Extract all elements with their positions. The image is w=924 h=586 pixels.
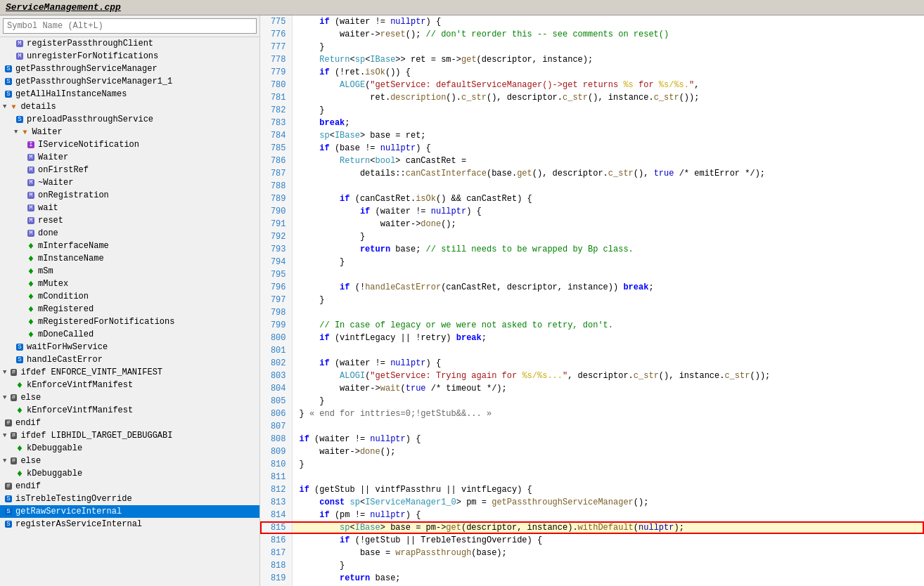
sidebar-item-else2[interactable]: ▼#else <box>0 455 259 467</box>
tree-item-label: mCondition <box>38 292 89 301</box>
tree-item-label: mRegistered <box>38 304 94 314</box>
sidebar-item-registerPassthroughClient[interactable]: MregisterPassthroughClient <box>0 37 259 50</box>
code-row-808: 808if (waiter != nullptr) { <box>260 433 924 445</box>
sidebar-item-Waiter[interactable]: ▼▼Waiter <box>0 126 259 138</box>
sidebar-item-endif2[interactable]: #endif <box>0 480 259 493</box>
sidebar-item-mInterfaceName[interactable]: ♦mInterfaceName <box>0 240 259 252</box>
sidebar-item-isTrebleTestingOverride[interactable]: SisTrebleTestingOverride <box>0 493 259 505</box>
sidebar-item-mInstanceName[interactable]: ♦mInstanceName <box>0 252 259 265</box>
code-content: if (!ret.isOk()) { <box>292 66 924 79</box>
tree-item-label: onFirstRef <box>38 165 89 175</box>
sidebar-item-getRawServiceInternal[interactable]: SgetRawServiceInternal <box>0 505 259 518</box>
tree-item-label: waitForHwService <box>27 342 108 352</box>
sidebar-item-getPassthroughServiceManager[interactable]: SgetPassthroughServiceManager <box>0 63 259 75</box>
tree-item-label: kDebuggable <box>27 469 82 478</box>
sidebar-item-unregisterForNotifications[interactable]: MunregisterForNotifications <box>0 50 259 63</box>
code-area[interactable]: 775 if (waiter != nullptr) {776 waiter->… <box>260 15 924 586</box>
code-row-779: 779 if (!ret.isOk()) { <box>260 66 924 79</box>
line-number: 800 <box>260 332 292 344</box>
code-row-807: 807 <box>260 420 924 433</box>
sidebar-item-wait[interactable]: Mwait <box>0 202 259 214</box>
sidebar-item-mRegisteredForNotifications[interactable]: ♦mRegisteredForNotifications <box>0 315 259 328</box>
icon-field: ♦ <box>14 379 25 391</box>
sidebar-item-mSm[interactable]: ♦mSm <box>0 265 259 278</box>
code-content: Return<sp<IBase>> ret = sm->get(descript… <box>292 53 924 66</box>
line-number: 794 <box>260 256 292 268</box>
code-content: waiter->done(); <box>292 218 924 230</box>
search-input[interactable] <box>3 18 257 34</box>
sidebar-item-getAllHalInstanceNames[interactable]: SgetAllHalInstanceNames <box>0 88 259 100</box>
code-row-799: 799 // In case of legacy or we were not … <box>260 319 924 332</box>
sidebar-item-mCondition[interactable]: ♦mCondition <box>0 290 259 303</box>
line-number: 802 <box>260 357 292 370</box>
sidebar-item-else1[interactable]: ▼#else <box>0 391 259 404</box>
sidebar-item-ifdef_ENFORCE[interactable]: ▼#ifdef ENFORCE_VINTF_MANIFEST <box>0 366 259 379</box>
sidebar-item-registerAsServiceInternal[interactable]: SregisterAsServiceInternal <box>0 518 259 530</box>
icon-field: ♦ <box>25 278 37 289</box>
code-content: ALOGI("getService: Trying again for %s/%… <box>292 370 924 382</box>
tree-item-label: kDebuggable <box>27 443 82 453</box>
tree-item-label: kEnforceVintfManifest <box>27 405 133 415</box>
sidebar-item-endif1[interactable]: #endif <box>0 417 259 429</box>
icon-pp-expand: # <box>8 367 19 378</box>
sidebar-item-details[interactable]: ▼▼details <box>0 100 259 113</box>
sidebar-item-mDoneCalled[interactable]: ♦mDoneCalled <box>0 328 259 341</box>
tree-item-label: Waiter <box>32 127 62 137</box>
code-content: ALOGE("getService: defaultServiceManager… <box>292 79 924 91</box>
icon-class-expand: ▼ <box>19 126 30 138</box>
sidebar-item-kDebuggable2[interactable]: ♦kDebuggable <box>0 467 259 480</box>
line-number: 775 <box>260 15 292 28</box>
sidebar-item-preloadPassthroughService[interactable]: SpreloadPassthroughService <box>0 113 259 126</box>
icon-method: M <box>25 190 37 201</box>
sidebar-item-tilde_Waiter[interactable]: M~Waiter <box>0 176 259 189</box>
sidebar-item-waitForHwService[interactable]: SwaitForHwService <box>0 341 259 353</box>
sidebar-item-reset[interactable]: Mreset <box>0 214 259 227</box>
sidebar-item-IServiceNotification[interactable]: IIServiceNotification <box>0 138 259 151</box>
code-content: ret.description().c_str(), descriptor.c_… <box>292 91 924 104</box>
code-row-778: 778 Return<sp<IBase>> ret = sm->get(desc… <box>260 53 924 66</box>
icon-struct: S <box>3 506 14 517</box>
code-row-814: 814 if (pm != nullptr) { <box>260 509 924 521</box>
code-content: } <box>292 230 924 243</box>
sidebar-item-onRegistration[interactable]: MonRegistration <box>0 189 259 202</box>
sidebar-item-onFirstRef[interactable]: MonFirstRef <box>0 164 259 176</box>
code-content: waiter->wait(true /* timeout */); <box>292 382 924 395</box>
code-row-810: 810} <box>260 458 924 471</box>
code-row-785: 785 if (base != nullptr) { <box>260 142 924 155</box>
sidebar-item-mRegistered[interactable]: ♦mRegistered <box>0 303 259 315</box>
line-number: 786 <box>260 155 292 167</box>
line-number: 783 <box>260 117 292 129</box>
code-content: sp<IBase> base = ret; <box>292 129 924 142</box>
tree-item-label: else <box>20 456 41 466</box>
sidebar-item-mMutex[interactable]: ♦mMutex <box>0 278 259 290</box>
code-content: details::canCastInterface(base.get(), de… <box>292 167 924 180</box>
code-content <box>292 268 924 281</box>
line-number: 798 <box>260 306 292 319</box>
sidebar-item-done[interactable]: Mdone <box>0 227 259 240</box>
sidebar-item-ifdef_LIBHIDL[interactable]: ▼#ifdef LIBHIDL_TARGET_DEBUGGABI <box>0 429 259 442</box>
sidebar-item-kEnforceVintfManifest2[interactable]: ♦kEnforceVintfManifest <box>0 404 259 417</box>
code-content: // In case of legacy or we were not aske… <box>292 319 924 332</box>
code-row-790: 790 if (waiter != nullptr) { <box>260 205 924 218</box>
line-number: 818 <box>260 559 292 572</box>
sidebar-item-Waiter2[interactable]: MWaiter <box>0 151 259 164</box>
tree-item-label: ifdef ENFORCE_VINTF_MANIFEST <box>20 367 162 377</box>
line-number: 796 <box>260 281 292 294</box>
tree-item-label: preloadPassthroughService <box>27 115 153 124</box>
sidebar-item-getPassthroughServiceManager1_1[interactable]: SgetPassthroughServiceManager1_1 <box>0 75 259 88</box>
code-row-795: 795 <box>260 268 924 281</box>
code-content: break; <box>292 117 924 129</box>
code-row-792: 792 } <box>260 230 924 243</box>
tree-item-label: getRawServiceInternal <box>15 507 122 516</box>
tree-container[interactable]: MregisterPassthroughClientMunregisterFor… <box>0 37 259 586</box>
tree-item-label: IServiceNotification <box>38 140 139 150</box>
code-content <box>292 344 924 357</box>
code-row-793: 793 return base; // still needs to be wr… <box>260 243 924 256</box>
code-row-804: 804 waiter->wait(true /* timeout */); <box>260 382 924 395</box>
sidebar-item-kEnforceVintfManifest[interactable]: ♦kEnforceVintfManifest <box>0 379 259 391</box>
sidebar-item-handleCastError[interactable]: ShandleCastError <box>0 353 259 366</box>
search-box[interactable] <box>0 15 259 37</box>
code-row-818: 818 } <box>260 559 924 572</box>
code-content: if (!getStub || TrebleTestingOverride) { <box>292 534 924 547</box>
sidebar-item-kDebuggable[interactable]: ♦kDebuggable <box>0 442 259 455</box>
